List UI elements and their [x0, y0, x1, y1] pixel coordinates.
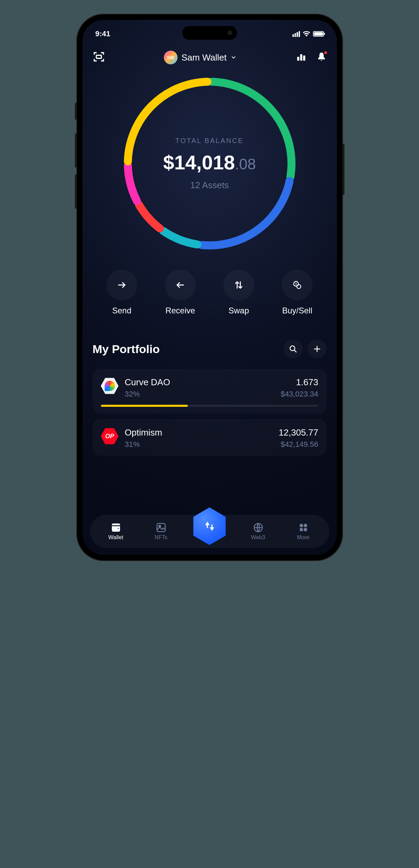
portfolio-title: My Portfolio	[93, 342, 160, 356]
add-asset-button[interactable]	[307, 339, 327, 359]
balance-donut-chart: TOTAL BALANCE $14,018.08 12 Assets	[82, 75, 337, 252]
buysell-icon: $	[282, 270, 313, 300]
balance-currency: $	[163, 151, 174, 174]
optimism-icon: OP	[101, 427, 119, 445]
balance-summary: TOTAL BALANCE $14,018.08 12 Assets	[121, 75, 299, 252]
asset-quantity: 1.673	[280, 377, 318, 388]
cellular-signal-icon	[292, 31, 300, 37]
wallet-actions: Send Receive Swap $ Buy/Sell	[82, 252, 337, 315]
wallet-icon	[110, 522, 121, 533]
asset-percentage: 32%	[125, 390, 275, 399]
asset-list: Curve DAO32%1.673$43,023.34OPOptimism31%…	[93, 369, 327, 456]
balance-minor: .08	[235, 156, 256, 173]
receive-button[interactable]: Receive	[165, 270, 196, 315]
wallet-avatar: SW	[164, 51, 178, 64]
nav-web3-label: Web3	[251, 534, 265, 541]
asset-value-usd: $43,023.34	[280, 390, 318, 399]
asset-name: Curve DAO	[125, 377, 275, 388]
phone-volume-down	[75, 174, 77, 209]
swap-label: Swap	[228, 306, 249, 315]
svg-rect-12	[300, 524, 303, 527]
balance-major: 14,018	[174, 151, 235, 174]
svg-rect-1	[297, 57, 299, 61]
svg-rect-2	[300, 54, 302, 61]
wifi-icon	[303, 31, 310, 37]
balance-amount: $14,018.08	[163, 151, 256, 174]
portfolio-section: My Portfolio Curve DAO32%1.673$43,023.34…	[82, 315, 337, 456]
asset-value-usd: $42,149.56	[279, 440, 318, 449]
nav-nfts[interactable]: NFTs	[146, 522, 176, 541]
svg-rect-14	[300, 528, 303, 531]
svg-rect-15	[304, 528, 307, 531]
chevron-down-icon	[231, 54, 237, 61]
svg-rect-13	[304, 524, 307, 527]
stats-button[interactable]	[296, 52, 306, 63]
svg-point-8	[117, 528, 119, 529]
asset-card[interactable]: Curve DAO32%1.673$43,023.34	[93, 369, 327, 414]
wallet-name: Sam Wallet	[182, 52, 227, 63]
dynamic-island	[182, 26, 237, 40]
asset-name: Optimism	[125, 427, 273, 438]
asset-count: 12 Assets	[190, 180, 229, 191]
battery-icon	[313, 31, 324, 37]
asset-card[interactable]: OPOptimism31%12,305.77$42,149.56	[93, 419, 327, 456]
send-label: Send	[112, 306, 131, 315]
grid-icon	[298, 522, 309, 533]
nav-wallet-label: Wallet	[108, 534, 123, 541]
phone-frame: 9:41 SW	[76, 14, 343, 561]
bottom-nav: Wallet NFTs Web3 More	[90, 515, 329, 548]
search-button[interactable]	[284, 339, 303, 359]
phone-side-button	[75, 103, 77, 120]
svg-rect-0	[96, 55, 101, 59]
asset-progress	[101, 405, 318, 407]
asset-percentage: 31%	[125, 440, 273, 449]
nav-more-label: More	[297, 534, 309, 541]
nav-center-action[interactable]	[191, 507, 228, 545]
send-button[interactable]: Send	[106, 270, 137, 315]
send-icon	[106, 270, 137, 300]
wallet-selector[interactable]: SW Sam Wallet	[164, 51, 237, 64]
app-header: SW Sam Wallet	[82, 40, 337, 68]
swap-icon	[223, 270, 254, 300]
receive-label: Receive	[166, 306, 195, 315]
search-icon	[289, 345, 297, 353]
image-icon	[156, 522, 167, 533]
phone-power-button	[342, 144, 344, 195]
swap-button[interactable]: Swap	[223, 270, 254, 315]
asset-quantity: 12,305.77	[279, 427, 318, 438]
app-screen: 9:41 SW	[82, 20, 337, 555]
buysell-button[interactable]: $ Buy/Sell	[282, 270, 313, 315]
plus-icon	[313, 345, 321, 353]
nav-more[interactable]: More	[288, 522, 319, 541]
hexagon-button	[191, 507, 228, 545]
nav-web3[interactable]: Web3	[243, 522, 274, 541]
swap-arrows-icon	[203, 519, 217, 533]
svg-rect-9	[157, 523, 165, 532]
scan-qr-button[interactable]	[93, 51, 105, 64]
phone-volume-up	[75, 133, 77, 168]
status-time: 9:41	[95, 29, 110, 38]
svg-point-5	[297, 285, 301, 289]
avatar-initials: SW	[167, 55, 174, 60]
status-indicators	[292, 31, 324, 37]
svg-rect-3	[303, 55, 305, 61]
globe-icon	[253, 522, 264, 533]
curve-dao-icon	[101, 377, 119, 395]
buysell-label: Buy/Sell	[282, 306, 312, 315]
notification-badge	[324, 51, 328, 55]
balance-label: TOTAL BALANCE	[175, 137, 244, 145]
nav-nfts-label: NFTs	[155, 534, 167, 541]
notifications-button[interactable]	[316, 52, 327, 63]
svg-text:$: $	[295, 283, 297, 286]
receive-icon	[165, 270, 196, 300]
nav-wallet[interactable]: Wallet	[101, 522, 131, 541]
